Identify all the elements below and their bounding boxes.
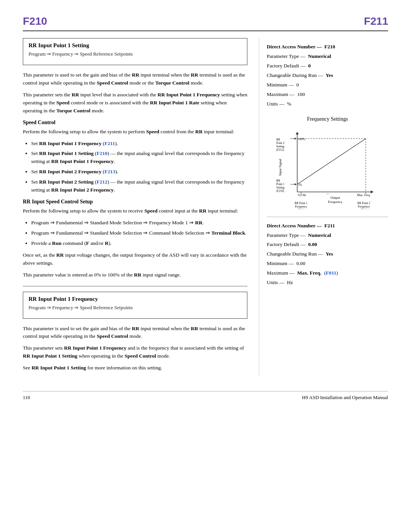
right-panel-1: Direct Access Number — F210 Parameter Ty… — [267, 43, 388, 109]
svg-text:(F212): (F212) — [276, 148, 284, 152]
chart-container: Input Signal Output Frequency RR Point 2… — [274, 125, 381, 209]
factory-default-label-2: Factory Default — — [267, 241, 306, 247]
minimum-line-2: Minimum — 0.00 — [267, 259, 388, 268]
param-type-label-1: Parameter Type — — [267, 53, 306, 59]
speed-control-bullets: Set RR Input Point 1 Frequency (F211). S… — [31, 140, 247, 195]
content-area: RR Input Point 1 Setting Program ⇒ Frequ… — [23, 38, 388, 376]
units-value-2: Hz — [287, 280, 293, 285]
factory-default-value-2: 0.00 — [308, 241, 317, 247]
minimum-line-1: Minimum — 0 — [267, 81, 388, 89]
svg-text:→: → — [326, 192, 329, 196]
rr-speed-intro: Perform the following setup to allow the… — [23, 207, 247, 215]
svg-text:Point 1: Point 1 — [276, 182, 285, 186]
param-type-line-2: Parameter Type — Numerical — [267, 231, 388, 240]
chart-title: Frequency Settings — [307, 116, 348, 122]
changeable-label-1: Changeable During Run — — [267, 72, 323, 78]
bullet-2: Set RR Input Point 1 Setting (F210) — th… — [31, 150, 247, 166]
maximum-value-2: Max. Freq. — [297, 270, 322, 276]
svg-text:RR Point 1: RR Point 1 — [295, 201, 307, 205]
rr-speed-heading: RR Input Speed Control Setup — [23, 199, 247, 205]
svg-marker-6 — [296, 132, 299, 134]
direct-access-line-2: Direct Access Number — F211 — [267, 222, 388, 230]
maximum-label-2: Maximum — — [267, 270, 295, 276]
direct-access-line-1: Direct Access Number — F210 — [267, 43, 388, 51]
minimum-label-1: Minimum — — [267, 82, 294, 88]
maximum-value-1: 100 — [297, 91, 305, 97]
factory-default-line-2: Factory Default — 0.00 — [267, 240, 388, 249]
svg-text:Frequency: Frequency — [295, 205, 307, 208]
factory-default-line-1: Factory Default — 0 — [267, 62, 388, 70]
speed-control-intro: Perform the following setup to allow the… — [23, 128, 247, 136]
svg-text:(F213): (F213) — [360, 208, 368, 209]
maximum-line-2: Maximum — Max. Freq. (F011) — [267, 269, 388, 278]
svg-text:100%: 100% — [298, 137, 305, 141]
svg-text:(F210): (F210) — [276, 189, 284, 193]
svg-marker-5 — [371, 190, 373, 193]
rr-speed-para1: Once set, as the RR input voltage change… — [23, 251, 247, 267]
units-line-2: Units — Hz — [267, 278, 388, 287]
chart-svg: Input Signal Output Frequency RR Point 2… — [274, 125, 381, 209]
speed-control-heading: Speed Control — [23, 120, 247, 126]
maximum-label-1: Maximum — — [267, 91, 295, 97]
minimum-value-2: 0.00 — [296, 260, 306, 266]
changeable-label-2: Changeable During Run — — [267, 251, 323, 257]
footer-left: 110 — [23, 395, 30, 401]
changeable-value-2: Yes — [326, 251, 333, 257]
left-header-title: F210 — [23, 15, 47, 27]
section2-para1: This parameter is used to set the gain a… — [23, 325, 247, 341]
rr-bullet-1: Program ⇒ Fundamental ⇒ Standard Mode Se… — [31, 219, 247, 227]
section1-title: RR Input Point 1 Setting — [29, 42, 242, 49]
svg-text:0.0 Hz: 0.0 Hz — [298, 193, 306, 197]
rr-bullet-3: Provide a Run command (F and/or R). — [31, 240, 247, 248]
param-type-label-2: Parameter Type — — [267, 232, 306, 238]
svg-line-2 — [297, 139, 366, 184]
right-column: Direct Access Number — F210 Parameter Ty… — [259, 38, 388, 376]
section2-box: RR Input Point 1 Frequency Program ⇒ Fre… — [23, 292, 247, 319]
units-line-1: Units — % — [267, 100, 388, 109]
bullet-4: Set RR Input Point 2 Setting (F212) — th… — [31, 178, 247, 194]
svg-text:(F211): (F211) — [297, 208, 305, 209]
footer-row: 110 H9 ASD Installation and Operation Ma… — [23, 391, 388, 401]
svg-text:Input Signal: Input Signal — [278, 158, 282, 176]
changeable-value-1: Yes — [326, 72, 333, 78]
svg-marker-15 — [295, 137, 296, 140]
bullet-3: Set RR Input Point 2 Frequency (F213). — [31, 168, 247, 176]
rr-speed-bullets: Program ⇒ Fundamental ⇒ Standard Mode Se… — [31, 219, 247, 248]
right-panel-2: Direct Access Number — F211 Parameter Ty… — [267, 222, 388, 288]
divider — [23, 286, 247, 286]
svg-text:RR: RR — [276, 138, 280, 141]
direct-access-value-1: F210 — [324, 44, 335, 50]
units-label-1: Units — — [267, 101, 284, 107]
svg-text:Setting: Setting — [276, 145, 285, 148]
svg-text:Setting: Setting — [276, 186, 285, 189]
svg-text:RR Point 2: RR Point 2 — [357, 201, 370, 205]
rr-bullet-2: Program ⇒ Fundamental ⇒ Standard Mode Se… — [31, 229, 247, 237]
svg-text:1%: 1% — [298, 183, 302, 187]
bullet-1: Set RR Input Point 1 Frequency (F211). — [31, 140, 247, 148]
units-value-1: % — [287, 101, 291, 107]
maximum-link-2: (F011) — [324, 270, 338, 276]
maximum-line-1: Maximum — 100 — [267, 90, 388, 99]
changeable-line-2: Changeable During Run — Yes — [267, 250, 388, 259]
factory-default-label-1: Factory Default — — [267, 63, 306, 69]
footer-right: H9 ASD Installation and Operation Manual — [302, 395, 388, 401]
section2-para2: This parameter sets RR Input Point 1 Fre… — [23, 344, 247, 360]
units-label-2: Units — — [267, 280, 284, 285]
section1-box: RR Input Point 1 Setting Program ⇒ Frequ… — [23, 38, 247, 65]
section1-breadcrumb: Program ⇒ Frequency ⇒ Speed Reference Se… — [29, 51, 242, 57]
chart-area: Frequency Settings — [267, 116, 388, 209]
section1-para1: This parameter is used to set the gain a… — [23, 71, 247, 87]
param-type-line-1: Parameter Type — Numerical — [267, 52, 388, 61]
left-column: RR Input Point 1 Setting Program ⇒ Frequ… — [23, 38, 259, 376]
section2-para3: See RR Input Point 1 Setting for more in… — [23, 364, 247, 372]
right-divider — [267, 217, 388, 217]
svg-text:Frequency: Frequency — [328, 200, 342, 204]
section1-para2: This parameter sets the RR input level t… — [23, 91, 247, 115]
param-type-value-2: Numerical — [308, 232, 331, 238]
header-row: F210 F211 — [23, 15, 388, 31]
rr-speed-para2: This parameter value is entered as 0% to… — [23, 271, 247, 279]
section2-breadcrumb: Program ⇒ Frequency ⇒ Speed Reference Se… — [29, 305, 242, 311]
direct-access-value-2: F211 — [324, 223, 335, 228]
param-type-value-1: Numerical — [308, 53, 331, 59]
direct-access-label-1: Direct Access Number — — [267, 44, 322, 50]
